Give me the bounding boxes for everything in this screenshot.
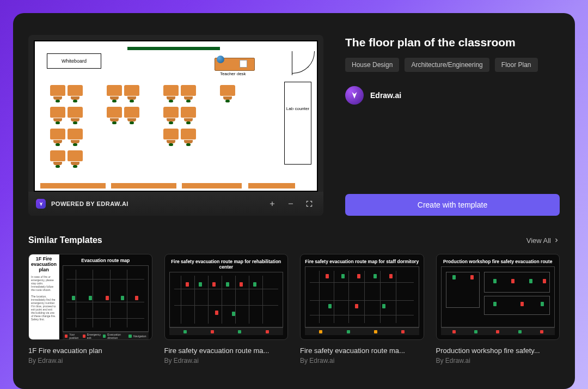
create-with-template-button[interactable]: Create with template <box>345 194 560 216</box>
floorplan-desks <box>50 85 252 178</box>
template-card-author: By Edraw.ai <box>28 357 152 364</box>
template-card: Fire safety evacuation route map for reh… <box>164 254 289 364</box>
tag-floor-plan[interactable]: Floor Plan <box>495 58 538 72</box>
template-card: 1F Fire evacuation plan In case of fire … <box>28 254 152 364</box>
view-all-label: View All <box>526 236 551 245</box>
template-cards-row: 1F Fire evacuation plan In case of fire … <box>28 254 560 364</box>
app-window: Whiteboard Teacher desk Lab counter <box>13 13 575 389</box>
author-name: Edraw.ai <box>370 91 401 100</box>
template-card-title: Fire safety evacuation route ma... <box>164 347 289 355</box>
thumb-side-panel: 1F Fire evacuation plan In case of fire … <box>29 254 59 339</box>
floorplan-bottom-strip <box>111 183 176 189</box>
template-thumbnail[interactable]: Production workshop fire safety evacuati… <box>436 254 560 340</box>
view-all-link[interactable]: View All <box>526 236 560 245</box>
thumb-title: Fire safety evacuation route map for reh… <box>169 259 284 270</box>
author-avatar-icon <box>345 86 364 105</box>
template-card: Production workshop fire safety evacuati… <box>436 254 560 364</box>
template-card-author: By Edraw.ai <box>300 357 424 364</box>
template-thumbnail[interactable]: 1F Fire evacuation plan In case of fire … <box>28 254 152 340</box>
floorplan-paper-icon <box>240 60 247 68</box>
zoom-out-button[interactable] <box>284 197 297 210</box>
powered-by-label: POWERED BY EDRAW.AI <box>51 200 128 207</box>
template-card-title: Production workshop fire safety... <box>436 347 560 355</box>
viewer-toolbar: POWERED BY EDRAW.AI <box>28 192 323 216</box>
template-card-author: By Edraw.ai <box>164 357 289 364</box>
thumb-title: Production workshop fire safety evacuati… <box>441 259 555 264</box>
template-card-title: 1F Fire evacuation plan <box>28 347 152 355</box>
tag-list: House Design Architecture/Engineering Fl… <box>345 58 560 72</box>
floorplan-greenboard <box>127 47 220 50</box>
chevron-right-icon <box>553 237 560 244</box>
floorplan-bottom-strip <box>40 183 106 189</box>
floorplan-teacher-desk-label: Teacher desk <box>220 71 246 76</box>
similar-templates-heading: Similar Templates <box>28 235 102 245</box>
author-row[interactable]: Edraw.ai <box>345 86 560 105</box>
thumb-title: Evacuation route map <box>63 258 148 263</box>
floorplan-lab-counter: Lab counter <box>284 82 311 165</box>
template-card-author: By Edraw.ai <box>436 357 560 364</box>
floorplan-door <box>292 51 316 75</box>
zoom-in-button[interactable] <box>266 197 279 210</box>
template-thumbnail[interactable]: Fire safety evacuation route map for reh… <box>164 254 289 340</box>
template-thumbnail[interactable]: Fire safety evacuation route map for sta… <box>300 254 424 340</box>
preview-frame: Whiteboard Teacher desk Lab counter <box>28 35 323 216</box>
tag-architecture-engineering[interactable]: Architecture/Engineering <box>405 58 489 72</box>
edraw-logo-icon <box>36 199 46 209</box>
preview-column: Whiteboard Teacher desk Lab counter <box>28 35 323 216</box>
floorplan-preview[interactable]: Whiteboard Teacher desk Lab counter <box>34 40 318 192</box>
tag-house-design[interactable]: House Design <box>345 58 399 72</box>
floorplan-bottom-strip <box>182 183 242 189</box>
main-row: Whiteboard Teacher desk Lab counter <box>28 35 560 216</box>
fullscreen-button[interactable] <box>303 197 316 210</box>
floorplan-whiteboard: Whiteboard <box>47 53 101 69</box>
similar-header: Similar Templates View All <box>28 235 560 245</box>
thumb-side-title: 1F Fire evacuation plan <box>31 257 57 273</box>
template-card-title: Fire safety evacuation route ma... <box>300 347 424 355</box>
thumb-title: Fire safety evacuation route map for sta… <box>305 259 419 264</box>
floorplan-bottom-strip <box>248 183 295 189</box>
floorplan-globe-icon <box>217 56 224 63</box>
template-card: Fire safety evacuation route map for sta… <box>300 254 424 364</box>
template-title: The floor plan of the classroom <box>345 36 560 49</box>
info-column: The floor plan of the classroom House De… <box>345 35 560 216</box>
